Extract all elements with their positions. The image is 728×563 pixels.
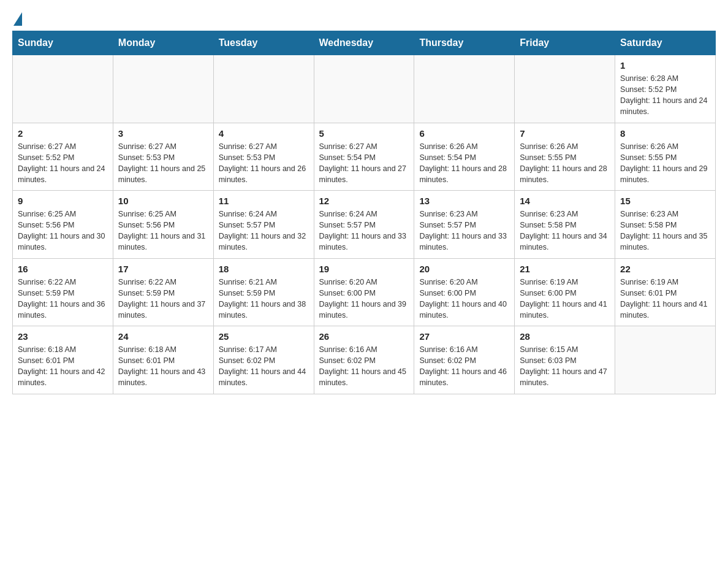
- day-info: Sunrise: 6:27 AM Sunset: 5:53 PM Dayligh…: [219, 141, 309, 186]
- day-number: 16: [18, 264, 108, 274]
- calendar-cell: 9Sunrise: 6:25 AM Sunset: 5:56 PM Daylig…: [13, 191, 113, 259]
- calendar-cell: 11Sunrise: 6:24 AM Sunset: 5:57 PM Dayli…: [213, 191, 314, 259]
- day-info: Sunrise: 6:23 AM Sunset: 5:58 PM Dayligh…: [520, 209, 610, 253]
- day-info: Sunrise: 6:22 AM Sunset: 5:59 PM Dayligh…: [18, 277, 108, 321]
- day-info: Sunrise: 6:27 AM Sunset: 5:53 PM Dayligh…: [118, 141, 208, 186]
- day-number: 26: [319, 331, 409, 342]
- day-header-tuesday: Tuesday: [213, 31, 314, 55]
- page-header: [12, 12, 716, 25]
- calendar-cell: 6Sunrise: 6:26 AM Sunset: 5:54 PM Daylig…: [414, 123, 515, 191]
- day-number: 21: [520, 264, 610, 274]
- calendar-cell: 28Sunrise: 6:15 AM Sunset: 6:03 PM Dayli…: [515, 326, 615, 394]
- calendar-cell: 22Sunrise: 6:19 AM Sunset: 6:01 PM Dayli…: [615, 258, 716, 326]
- day-info: Sunrise: 6:22 AM Sunset: 5:59 PM Dayligh…: [118, 277, 208, 321]
- days-of-week-row: SundayMondayTuesdayWednesdayThursdayFrid…: [13, 31, 716, 55]
- day-number: 8: [620, 128, 710, 139]
- day-info: Sunrise: 6:26 AM Sunset: 5:55 PM Dayligh…: [520, 141, 610, 186]
- calendar-cell: [113, 55, 213, 123]
- day-number: 14: [520, 196, 610, 206]
- day-number: 18: [219, 264, 309, 274]
- day-info: Sunrise: 6:20 AM Sunset: 6:00 PM Dayligh…: [419, 277, 509, 321]
- week-row-2: 2Sunrise: 6:27 AM Sunset: 5:52 PM Daylig…: [13, 123, 716, 191]
- calendar-cell: [213, 55, 314, 123]
- calendar-cell: 12Sunrise: 6:24 AM Sunset: 5:57 PM Dayli…: [314, 191, 414, 259]
- day-number: 12: [319, 196, 409, 206]
- calendar-table: SundayMondayTuesdayWednesdayThursdayFrid…: [12, 31, 716, 394]
- day-info: Sunrise: 6:16 AM Sunset: 6:02 PM Dayligh…: [319, 344, 409, 389]
- week-row-1: 1Sunrise: 6:28 AM Sunset: 5:52 PM Daylig…: [13, 55, 716, 123]
- day-number: 2: [18, 128, 108, 139]
- day-number: 3: [118, 128, 208, 139]
- day-info: Sunrise: 6:15 AM Sunset: 6:03 PM Dayligh…: [520, 344, 610, 389]
- calendar-cell: [615, 326, 716, 394]
- calendar-cell: 7Sunrise: 6:26 AM Sunset: 5:55 PM Daylig…: [515, 123, 615, 191]
- day-info: Sunrise: 6:19 AM Sunset: 6:01 PM Dayligh…: [620, 277, 710, 321]
- day-number: 19: [319, 264, 409, 274]
- calendar-cell: 17Sunrise: 6:22 AM Sunset: 5:59 PM Dayli…: [113, 258, 213, 326]
- day-number: 24: [118, 331, 208, 342]
- calendar-cell: 23Sunrise: 6:18 AM Sunset: 6:01 PM Dayli…: [13, 326, 113, 394]
- day-number: 22: [620, 264, 710, 274]
- calendar-body: 1Sunrise: 6:28 AM Sunset: 5:52 PM Daylig…: [13, 55, 716, 394]
- day-number: 28: [520, 331, 610, 342]
- week-row-5: 23Sunrise: 6:18 AM Sunset: 6:01 PM Dayli…: [13, 326, 716, 394]
- day-number: 1: [620, 60, 710, 71]
- day-info: Sunrise: 6:16 AM Sunset: 6:02 PM Dayligh…: [419, 344, 509, 389]
- logo-triangle-icon: [13, 12, 22, 26]
- day-header-sunday: Sunday: [13, 31, 113, 55]
- day-info: Sunrise: 6:18 AM Sunset: 6:01 PM Dayligh…: [118, 344, 208, 389]
- day-header-friday: Friday: [515, 31, 615, 55]
- day-header-monday: Monday: [113, 31, 213, 55]
- day-info: Sunrise: 6:25 AM Sunset: 5:56 PM Dayligh…: [18, 209, 108, 253]
- day-info: Sunrise: 6:25 AM Sunset: 5:56 PM Dayligh…: [118, 209, 208, 253]
- calendar-cell: 4Sunrise: 6:27 AM Sunset: 5:53 PM Daylig…: [213, 123, 314, 191]
- day-header-wednesday: Wednesday: [314, 31, 414, 55]
- day-number: 4: [219, 128, 309, 139]
- calendar-cell: 18Sunrise: 6:21 AM Sunset: 5:59 PM Dayli…: [213, 258, 314, 326]
- logo: [12, 12, 22, 25]
- day-number: 20: [419, 264, 509, 274]
- day-info: Sunrise: 6:20 AM Sunset: 6:00 PM Dayligh…: [319, 277, 409, 321]
- calendar-cell: 3Sunrise: 6:27 AM Sunset: 5:53 PM Daylig…: [113, 123, 213, 191]
- calendar-cell: [13, 55, 113, 123]
- day-header-thursday: Thursday: [414, 31, 515, 55]
- day-info: Sunrise: 6:26 AM Sunset: 5:54 PM Dayligh…: [419, 141, 509, 186]
- calendar-header: SundayMondayTuesdayWednesdayThursdayFrid…: [13, 31, 716, 55]
- day-number: 10: [118, 196, 208, 206]
- calendar-cell: 27Sunrise: 6:16 AM Sunset: 6:02 PM Dayli…: [414, 326, 515, 394]
- calendar-cell: 21Sunrise: 6:19 AM Sunset: 6:00 PM Dayli…: [515, 258, 615, 326]
- day-info: Sunrise: 6:24 AM Sunset: 5:57 PM Dayligh…: [219, 209, 309, 253]
- calendar-cell: 5Sunrise: 6:27 AM Sunset: 5:54 PM Daylig…: [314, 123, 414, 191]
- day-number: 17: [118, 264, 208, 274]
- calendar-cell: 26Sunrise: 6:16 AM Sunset: 6:02 PM Dayli…: [314, 326, 414, 394]
- day-info: Sunrise: 6:27 AM Sunset: 5:54 PM Dayligh…: [319, 141, 409, 186]
- day-number: 6: [419, 128, 509, 139]
- calendar-cell: 19Sunrise: 6:20 AM Sunset: 6:00 PM Dayli…: [314, 258, 414, 326]
- day-info: Sunrise: 6:23 AM Sunset: 5:58 PM Dayligh…: [620, 209, 710, 253]
- calendar-cell: 20Sunrise: 6:20 AM Sunset: 6:00 PM Dayli…: [414, 258, 515, 326]
- calendar-cell: 25Sunrise: 6:17 AM Sunset: 6:02 PM Dayli…: [213, 326, 314, 394]
- day-number: 15: [620, 196, 710, 206]
- day-info: Sunrise: 6:28 AM Sunset: 5:52 PM Dayligh…: [620, 73, 710, 118]
- calendar-cell: 15Sunrise: 6:23 AM Sunset: 5:58 PM Dayli…: [615, 191, 716, 259]
- calendar-cell: 2Sunrise: 6:27 AM Sunset: 5:52 PM Daylig…: [13, 123, 113, 191]
- calendar-cell: 1Sunrise: 6:28 AM Sunset: 5:52 PM Daylig…: [615, 55, 716, 123]
- day-info: Sunrise: 6:27 AM Sunset: 5:52 PM Dayligh…: [18, 141, 108, 186]
- day-header-saturday: Saturday: [615, 31, 716, 55]
- day-number: 13: [419, 196, 509, 206]
- calendar-cell: 24Sunrise: 6:18 AM Sunset: 6:01 PM Dayli…: [113, 326, 213, 394]
- day-number: 5: [319, 128, 409, 139]
- calendar-cell: 10Sunrise: 6:25 AM Sunset: 5:56 PM Dayli…: [113, 191, 213, 259]
- calendar-cell: 16Sunrise: 6:22 AM Sunset: 5:59 PM Dayli…: [13, 258, 113, 326]
- day-number: 7: [520, 128, 610, 139]
- day-info: Sunrise: 6:23 AM Sunset: 5:57 PM Dayligh…: [419, 209, 509, 253]
- day-number: 25: [219, 331, 309, 342]
- calendar-cell: [414, 55, 515, 123]
- calendar-cell: [314, 55, 414, 123]
- day-info: Sunrise: 6:19 AM Sunset: 6:00 PM Dayligh…: [520, 277, 610, 321]
- day-info: Sunrise: 6:17 AM Sunset: 6:02 PM Dayligh…: [219, 344, 309, 389]
- week-row-3: 9Sunrise: 6:25 AM Sunset: 5:56 PM Daylig…: [13, 191, 716, 259]
- calendar-cell: 13Sunrise: 6:23 AM Sunset: 5:57 PM Dayli…: [414, 191, 515, 259]
- day-info: Sunrise: 6:24 AM Sunset: 5:57 PM Dayligh…: [319, 209, 409, 253]
- day-number: 27: [419, 331, 509, 342]
